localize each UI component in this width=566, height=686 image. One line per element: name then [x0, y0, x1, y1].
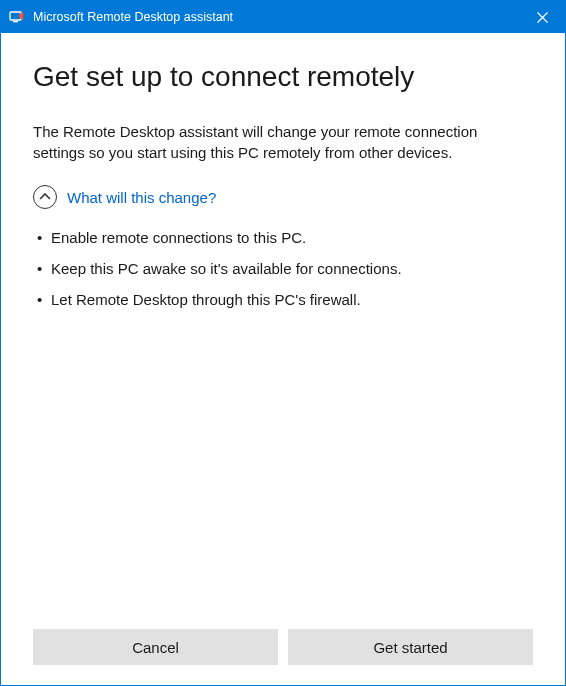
cancel-button[interactable]: Cancel	[33, 629, 278, 665]
content-area: Get set up to connect remotely The Remot…	[1, 33, 565, 685]
svg-rect-1	[13, 21, 18, 22]
close-button[interactable]	[519, 1, 565, 33]
titlebar: Microsoft Remote Desktop assistant	[1, 1, 565, 33]
change-list: Enable remote connections to this PC. Ke…	[33, 229, 533, 322]
intro-text: The Remote Desktop assistant will change…	[33, 121, 533, 163]
list-item: Let Remote Desktop through this PC's fir…	[37, 291, 533, 308]
window-title: Microsoft Remote Desktop assistant	[33, 10, 519, 24]
list-item: Enable remote connections to this PC.	[37, 229, 533, 246]
list-item: Keep this PC awake so it's available for…	[37, 260, 533, 277]
button-row: Cancel Get started	[33, 629, 533, 665]
page-heading: Get set up to connect remotely	[33, 61, 533, 93]
chevron-up-icon	[33, 185, 57, 209]
app-icon	[9, 9, 25, 25]
get-started-button[interactable]: Get started	[288, 629, 533, 665]
expander-label: What will this change?	[67, 189, 216, 206]
expander-toggle[interactable]: What will this change?	[33, 185, 533, 209]
